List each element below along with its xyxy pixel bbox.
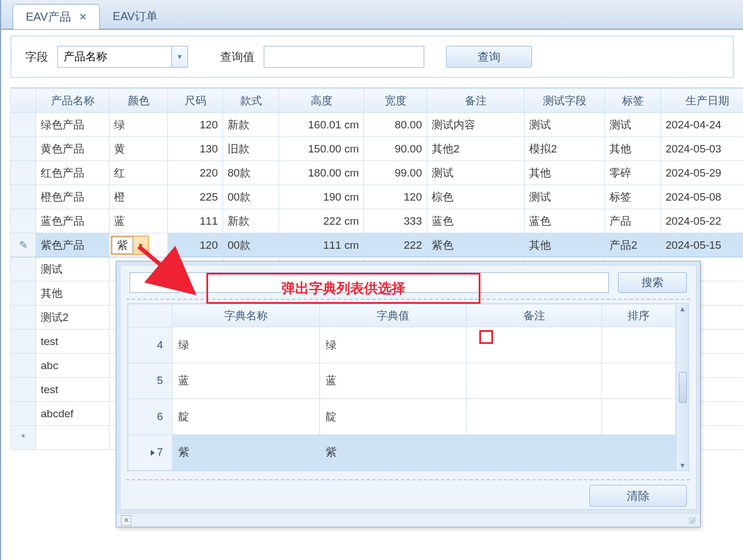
cell-tag[interactable]: 测试 [605,113,661,137]
table-row[interactable]: 绿色产品绿120新款160.01 cm80.00测试内容测试测试2024-04-… [11,113,744,137]
cell-empty[interactable] [36,426,110,450]
cell-date[interactable]: 2024-05-22 [661,209,744,233]
cell-date[interactable]: 2024-05-15 [661,233,744,257]
cell-height[interactable]: 222 cm [279,209,364,233]
dict-cell-order[interactable] [602,399,676,435]
col-test[interactable]: 测试字段 [525,89,605,113]
dict-cell-remark[interactable] [466,434,602,471]
popup-search-button[interactable]: 搜索 [618,272,687,293]
cell-test[interactable]: 蓝色 [525,209,605,233]
cell-test[interactable]: 其他 [525,233,605,257]
cell-remark[interactable]: 测试内容 [427,113,525,137]
dict-cell-val[interactable]: 绿 [319,327,466,363]
col-height[interactable]: 高度 [279,89,364,113]
cell-name[interactable]: 橙色产品 [36,185,110,209]
cell-color[interactable]: 蓝 [110,209,168,233]
cell-test[interactable]: 测试 [525,113,605,137]
dict-col-value[interactable]: 字典值 [319,304,466,327]
search-button[interactable]: 查询 [446,46,532,68]
dict-cell-remark[interactable] [466,363,602,399]
col-name[interactable]: 产品名称 [36,89,110,113]
cell-style[interactable]: 旧款 [223,137,279,161]
cell-name[interactable]: abcdef [36,402,110,426]
dict-cell-remark[interactable] [466,399,602,435]
cell-height[interactable]: 150.00 cm [279,137,364,161]
dict-row[interactable]: 6靛靛 [128,399,676,435]
dict-cell-name[interactable]: 绿 [173,327,319,363]
col-remark[interactable]: 备注 [427,89,525,113]
cell-height[interactable]: 111 cm [279,233,364,257]
cell-size[interactable]: 120 [168,113,223,137]
table-row[interactable]: 红色产品红22080款180.00 cm99.00测试其他零碎2024-05-2… [11,161,744,185]
dict-col-order[interactable]: 排序 [602,304,676,327]
popup-search-input[interactable] [130,272,609,293]
cell-test[interactable]: 测试 [525,185,605,209]
cell-color[interactable]: 橙 [110,185,168,209]
cell-size[interactable]: 111 [168,209,223,233]
cell-tag[interactable]: 标签 [605,185,661,209]
table-row[interactable]: 蓝色产品蓝111新款222 cm333蓝色蓝色产品2024-05-22 [11,209,744,233]
cell-name[interactable]: 其他 [36,281,110,306]
table-row[interactable]: ✎紫色产品紫▼12000款111 cm222紫色其他产品22024-05-15 [11,233,744,257]
vertical-scrollbar[interactable]: ▲ ▼ [676,304,689,471]
cell-color[interactable]: 绿 [110,113,168,137]
cell-date[interactable]: 2024-05-03 [661,137,744,161]
chevron-down-icon[interactable]: ▼ [172,46,188,68]
dict-cell-order[interactable] [602,327,676,363]
cell-width[interactable]: 333 [364,209,427,233]
dict-cell-order[interactable] [602,434,676,471]
cell-tag[interactable]: 产品 [605,209,661,233]
scroll-down-icon[interactable]: ▼ [679,461,686,469]
table-row[interactable]: 橙色产品橙22500款190 cm120棕色测试标签2024-05-08 [11,185,744,209]
cell-name[interactable]: 蓝色产品 [36,209,110,233]
field-combo-input[interactable] [57,46,172,68]
dict-cell-remark[interactable] [466,327,602,363]
cell-remark[interactable]: 其他2 [427,137,525,161]
cell-tag[interactable]: 零碎 [605,161,661,185]
cell-date[interactable]: 2024-05-29 [661,161,744,185]
cell-tag[interactable]: 产品2 [605,233,661,257]
cell-width[interactable]: 99.00 [364,161,427,185]
close-icon[interactable]: ✕ [121,515,131,526]
cell-color[interactable]: 黄 [110,137,168,161]
scroll-thumb[interactable] [679,372,687,403]
cell-size[interactable]: 130 [168,137,223,161]
cell-style[interactable]: 00款 [223,233,279,257]
col-width[interactable]: 宽度 [364,89,427,113]
cell-width[interactable]: 222 [364,233,427,257]
tab-eav-product[interactable]: EAV产品 ✕ [13,4,100,29]
tab-eav-order[interactable]: EAV订单 [100,3,171,29]
dict-row[interactable]: 5蓝蓝 [128,363,676,399]
chevron-down-icon[interactable]: ▼ [133,237,148,254]
dict-cell-val[interactable]: 紫 [319,434,466,471]
cell-name[interactable]: 测试2 [36,306,110,330]
dict-cell-name[interactable]: 紫 [173,434,319,471]
clear-button[interactable]: 清除 [589,485,687,507]
cell-name[interactable]: test [36,330,110,354]
cell-name[interactable]: 测试 [36,257,110,281]
field-combo[interactable]: ▼ [57,46,188,68]
cell-name[interactable]: 紫色产品 [36,233,110,257]
cell-width[interactable]: 80.00 [364,113,427,137]
color-editor[interactable]: 紫▼ [111,236,149,255]
cell-date[interactable]: 2024-04-24 [661,113,744,137]
cell-color[interactable]: 紫▼ [110,233,168,257]
dict-cell-val[interactable]: 靛 [319,399,466,435]
dict-row[interactable]: 4绿绿 [128,327,676,363]
dict-col-remark[interactable]: 备注 [466,304,602,327]
cell-style[interactable]: 新款 [223,113,279,137]
col-tag[interactable]: 标签 [605,89,661,113]
cell-name[interactable]: 黄色产品 [36,137,110,161]
cell-remark[interactable]: 棕色 [427,185,525,209]
col-style[interactable]: 款式 [223,89,279,113]
cell-name[interactable]: abc [36,354,110,378]
cell-test[interactable]: 模拟2 [525,137,605,161]
col-date[interactable]: 生产日期 [661,89,744,113]
cell-size[interactable]: 225 [168,185,223,209]
cell-name[interactable]: 绿色产品 [36,113,110,137]
cell-size[interactable]: 220 [168,161,223,185]
cell-test[interactable]: 其他 [525,161,605,185]
scroll-up-icon[interactable]: ▲ [679,305,686,313]
cell-style[interactable]: 00款 [223,185,279,209]
cell-name[interactable]: 红色产品 [36,161,110,185]
